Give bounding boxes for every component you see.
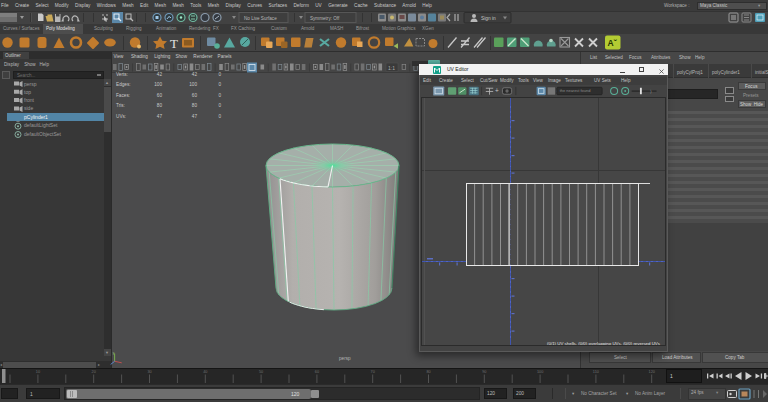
svg-text:T: T <box>170 36 178 51</box>
svg-text:+: + <box>495 87 499 94</box>
svg-text:⟩: ⟩ <box>650 89 652 94</box>
svg-text:1:1: 1:1 <box>388 65 395 71</box>
svg-text:the nearest found: the nearest found <box>560 88 591 93</box>
svg-text:70: 70 <box>371 370 375 374</box>
svg-text:90: 90 <box>482 370 486 374</box>
svg-text:120: 120 <box>649 370 655 374</box>
svg-text:No Live Surface: No Live Surface <box>244 16 277 21</box>
svg-text:80: 80 <box>426 370 430 374</box>
svg-text:20: 20 <box>92 370 96 374</box>
svg-text:60: 60 <box>315 370 319 374</box>
svg-text:110: 110 <box>593 370 599 374</box>
svg-text:Aˇ: Aˇ <box>608 38 618 48</box>
svg-text:100: 100 <box>537 370 543 374</box>
svg-text:Symmetry: Off: Symmetry: Off <box>310 16 340 21</box>
svg-text:30: 30 <box>147 370 151 374</box>
svg-text:Sign in: Sign in <box>481 16 496 21</box>
svg-text:40: 40 <box>203 370 207 374</box>
svg-text:10: 10 <box>36 370 40 374</box>
svg-text:50: 50 <box>259 370 263 374</box>
